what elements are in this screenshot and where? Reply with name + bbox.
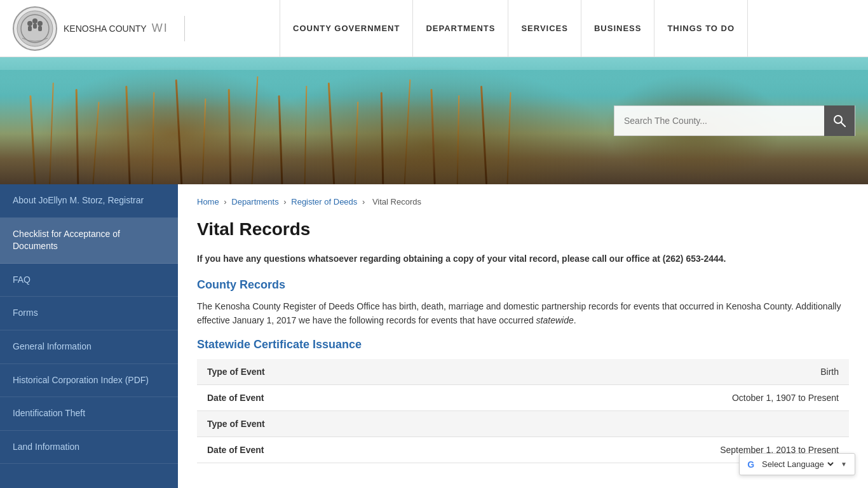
county-logo bbox=[13, 6, 57, 51]
sidebar-item-faq[interactable]: FAQ bbox=[0, 264, 178, 297]
county-records-heading: County Records bbox=[197, 278, 849, 292]
breadcrumb: Home › Departments › Register of Deeds ›… bbox=[197, 197, 849, 207]
breadcrumb-departments[interactable]: Departments bbox=[231, 197, 278, 207]
county-records-text: The Kenosha County Register of Deeds Off… bbox=[197, 299, 849, 328]
county-records-italic: statewide bbox=[536, 315, 574, 325]
site-name-text: KENOSHA COUNTY bbox=[64, 24, 147, 34]
page-title: Vital Records bbox=[197, 219, 849, 240]
svg-rect-5 bbox=[38, 26, 42, 31]
chevron-down-icon: ▼ bbox=[841, 461, 847, 468]
svg-line-9 bbox=[841, 123, 845, 126]
svg-point-4 bbox=[37, 21, 43, 26]
breadcrumb-home[interactable]: Home bbox=[197, 197, 219, 207]
county-records-suffix: . bbox=[574, 315, 576, 325]
svg-rect-7 bbox=[33, 24, 37, 29]
search-box bbox=[614, 105, 855, 136]
nav-business[interactable]: BUSINESS bbox=[581, 0, 654, 57]
breadcrumb-sep-2: › bbox=[283, 197, 288, 207]
language-select[interactable]: Select Language English Spanish French G… bbox=[759, 459, 836, 470]
statewide-heading: Statewide Certificate Issuance bbox=[197, 338, 849, 351]
content-area: About JoEllyn M. Storz, Registrar Checkl… bbox=[0, 184, 868, 488]
google-logo: G bbox=[747, 459, 754, 470]
table-cell-type-2-value bbox=[324, 410, 849, 437]
records-table: Type of Event Birth Date of Event Octobe… bbox=[197, 359, 849, 463]
main-content: Home › Departments › Register of Deeds ›… bbox=[178, 184, 868, 488]
site-header: KENOSHA COUNTYWI COUNTY GOVERNMENT DEPAR… bbox=[0, 0, 868, 57]
sidebar-item-land-info[interactable]: Land Information bbox=[0, 431, 178, 464]
search-icon bbox=[833, 114, 846, 127]
hero-banner bbox=[0, 57, 868, 184]
breadcrumb-current: Vital Records bbox=[372, 197, 421, 207]
sidebar-item-general-info[interactable]: General Information bbox=[0, 330, 178, 364]
breadcrumb-sep-1: › bbox=[224, 197, 229, 207]
svg-point-2 bbox=[27, 21, 32, 26]
alert-text: If you have any questions whatsoever reg… bbox=[197, 252, 849, 266]
nav-services[interactable]: SERVICES bbox=[508, 0, 581, 57]
nav-things-to-do[interactable]: THINGS TO DO bbox=[654, 0, 748, 57]
search-input[interactable] bbox=[614, 116, 824, 126]
svg-rect-3 bbox=[28, 26, 32, 31]
logo-area: KENOSHA COUNTYWI bbox=[13, 6, 280, 51]
sidebar: About JoEllyn M. Storz, Registrar Checkl… bbox=[0, 184, 178, 488]
table-row: Type of Event Birth bbox=[197, 359, 849, 385]
county-records-text-main: The Kenosha County Register of Deeds Off… bbox=[197, 301, 841, 325]
search-button[interactable] bbox=[824, 105, 855, 136]
nav-county-government[interactable]: COUNTY GOVERNMENT bbox=[280, 0, 413, 57]
breadcrumb-sep-3: › bbox=[362, 197, 367, 207]
svg-point-6 bbox=[32, 18, 37, 24]
table-cell-type-1-label: Type of Event bbox=[197, 359, 324, 385]
table-row: Type of Event bbox=[197, 410, 849, 437]
translate-widget: G Select Language English Spanish French… bbox=[739, 453, 855, 475]
table-cell-date-2-label: Date of Event bbox=[197, 437, 324, 463]
nav-departments[interactable]: DEPARTMENTS bbox=[413, 0, 508, 57]
site-title: KENOSHA COUNTYWI bbox=[64, 22, 168, 35]
sidebar-item-historical[interactable]: Historical Corporation Index (PDF) bbox=[0, 364, 178, 398]
table-cell-date-1-label: Date of Event bbox=[197, 384, 324, 410]
table-cell-date-1-value: October 1, 1907 to Present bbox=[324, 384, 849, 410]
sidebar-item-about[interactable]: About JoEllyn M. Storz, Registrar bbox=[0, 184, 178, 218]
svg-point-8 bbox=[834, 116, 842, 123]
sidebar-item-id-theft[interactable]: Identification Theft bbox=[0, 397, 178, 431]
table-cell-type-2-label: Type of Event bbox=[197, 410, 324, 437]
sidebar-item-forms[interactable]: Forms bbox=[0, 297, 178, 330]
breadcrumb-register-of-deeds[interactable]: Register of Deeds bbox=[291, 197, 357, 207]
table-row: Date of Event October 1, 1907 to Present bbox=[197, 384, 849, 410]
main-navigation: COUNTY GOVERNMENT DEPARTMENTS SERVICES B… bbox=[280, 0, 855, 57]
site-state-text: WI bbox=[152, 22, 168, 34]
nav-divider bbox=[184, 16, 185, 41]
sidebar-item-checklist[interactable]: Checklist for Acceptance of Documents bbox=[0, 218, 178, 264]
table-cell-type-1-value: Birth bbox=[324, 359, 849, 385]
